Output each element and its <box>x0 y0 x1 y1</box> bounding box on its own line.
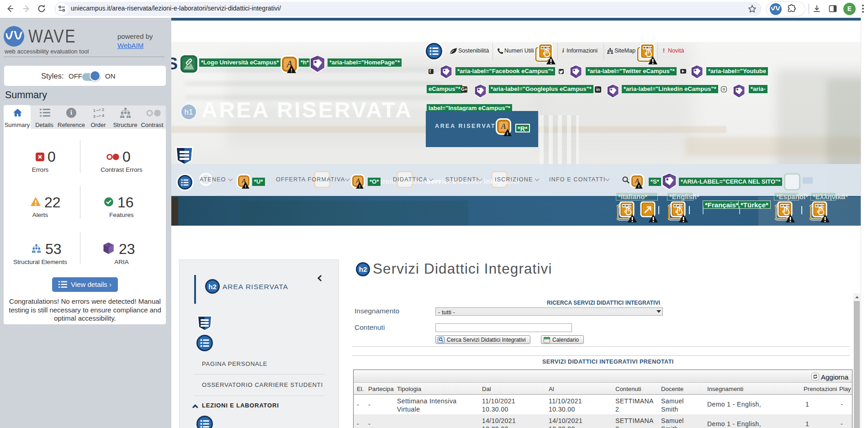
svg-text:2: 2 <box>102 107 104 112</box>
svg-text:!: ! <box>507 131 508 136</box>
svg-text:!: ! <box>291 68 292 73</box>
svg-text:!: ! <box>359 184 360 189</box>
svg-text:!: ! <box>245 184 246 189</box>
svg-text:1: 1 <box>93 108 95 113</box>
svg-text:3: 3 <box>93 114 95 119</box>
svg-text:!: ! <box>638 184 640 189</box>
svg-text:4: 4 <box>102 113 104 118</box>
